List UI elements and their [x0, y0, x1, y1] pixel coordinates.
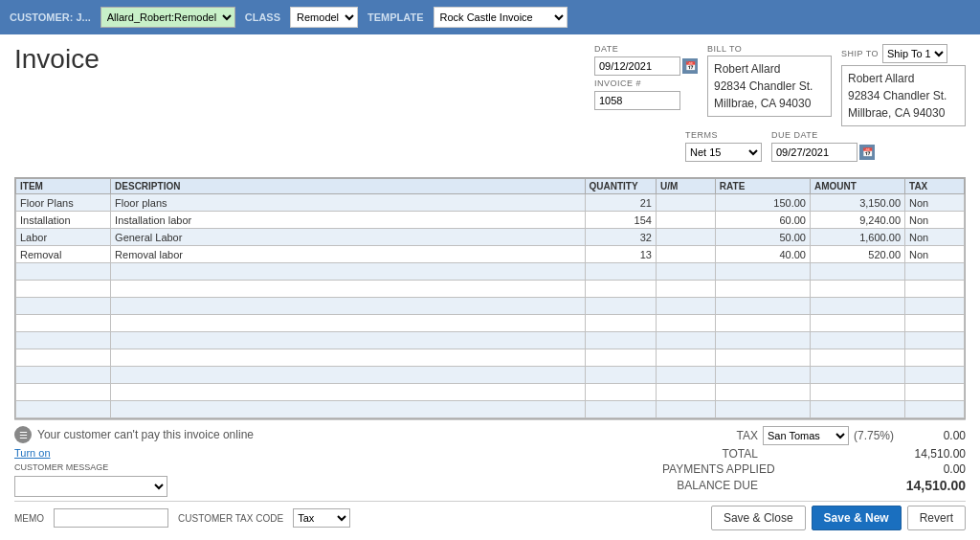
empty-cell	[16, 332, 111, 349]
cell-quantity: 154	[585, 212, 656, 229]
col-item: ITEM	[16, 179, 111, 194]
empty-cell	[656, 367, 715, 384]
balance-row: BALANCE DUE 14,510.00	[662, 478, 966, 493]
cell-quantity: 21	[585, 194, 656, 212]
bill-to-line2: 92834 Chandler St.	[714, 78, 825, 95]
turn-on-link[interactable]: Turn on	[14, 447, 301, 459]
empty-cell	[715, 384, 810, 401]
due-date-calendar-icon[interactable]: 📅	[859, 145, 875, 160]
table-row-empty[interactable]	[16, 418, 965, 420]
customer-message-select[interactable]	[14, 476, 167, 497]
cell-amount: 520.00	[810, 246, 904, 263]
payments-amount: 0.00	[899, 462, 966, 476]
empty-cell	[715, 315, 810, 332]
cell-quantity: 32	[585, 229, 656, 246]
empty-cell	[585, 281, 656, 298]
empty-cell	[810, 384, 904, 401]
ship-to-box[interactable]: Robert Allard 92834 Chandler St. Millbra…	[841, 65, 966, 126]
table-row-empty[interactable]	[16, 384, 965, 401]
empty-cell	[715, 418, 810, 420]
invoice-num-group: INVOICE #	[594, 79, 698, 110]
bill-to-line3: Millbrae, CA 94030	[714, 95, 825, 112]
customer-label: CUSTOMER: J...	[10, 11, 91, 23]
cell-item: Removal	[16, 246, 111, 263]
date-calendar-icon[interactable]: 📅	[682, 58, 698, 74]
empty-cell	[585, 263, 656, 281]
class-select[interactable]: Remodel	[290, 7, 358, 28]
bill-to-box[interactable]: Robert Allard 92834 Chandler St. Millbra…	[707, 56, 832, 117]
empty-cell	[16, 315, 111, 332]
cell-amount: 3,150.00	[810, 194, 904, 212]
table-row[interactable]: Removal Removal labor 13 40.00 520.00 No…	[16, 246, 965, 263]
tax-rate: (7.75%)	[854, 429, 894, 442]
due-date-group: DUE DATE 📅	[771, 130, 875, 162]
table-body: Floor Plans Floor plans 21 150.00 3,150.…	[16, 194, 965, 420]
empty-cell	[16, 418, 111, 420]
empty-cell	[585, 298, 656, 315]
table-row-empty[interactable]	[16, 401, 965, 418]
empty-cell	[585, 332, 656, 349]
online-icon: ☰	[14, 426, 32, 443]
save-close-button[interactable]: Save & Close	[711, 506, 806, 530]
terms-select[interactable]: Net 15	[685, 143, 762, 162]
customer-message-label: CUSTOMER MESSAGE	[14, 462, 301, 472]
table-row-empty[interactable]	[16, 349, 965, 367]
cell-description: General Labor	[111, 229, 585, 246]
date-input[interactable]	[594, 56, 680, 76]
customer-taxcode-select[interactable]: Tax	[293, 508, 350, 528]
online-notice-text: Your customer can't pay this invoice onl…	[37, 428, 254, 441]
invoice-num-label: INVOICE #	[594, 79, 698, 88]
table-row[interactable]: Installation Installation labor 154 60.0…	[16, 212, 965, 229]
buttons-row: Save & Close Save & New Revert	[711, 506, 966, 530]
ship-to-select[interactable]: Ship To 1	[882, 44, 947, 63]
template-label: TEMPLATE	[368, 11, 423, 23]
empty-cell	[905, 281, 965, 298]
invoice-num-input[interactable]	[594, 91, 680, 110]
empty-cell	[656, 384, 715, 401]
table-row[interactable]: Labor General Labor 32 50.00 1,600.00 No…	[16, 229, 965, 246]
bill-to-label: BILL TO	[707, 44, 832, 54]
invoice-table: ITEM DESCRIPTION QUANTITY U/M RATE AMOUN…	[15, 178, 965, 419]
cell-quantity: 13	[585, 246, 656, 263]
template-select[interactable]: Rock Castle Invoice	[434, 7, 568, 28]
ship-to-line2: 92834 Chandler St.	[848, 87, 959, 104]
balance-due-label: BALANCE DUE	[662, 479, 758, 492]
table-row-empty[interactable]	[16, 281, 965, 298]
empty-cell	[810, 263, 904, 281]
tax-region-select[interactable]: San Tomas	[763, 426, 849, 445]
table-row-empty[interactable]	[16, 298, 965, 315]
empty-cell	[585, 349, 656, 367]
empty-cell	[810, 367, 904, 384]
date-label: DATE	[594, 44, 698, 54]
empty-cell	[16, 263, 111, 281]
empty-cell	[16, 384, 111, 401]
table-row-empty[interactable]	[16, 263, 965, 281]
table-row[interactable]: Floor Plans Floor plans 21 150.00 3,150.…	[16, 194, 965, 212]
empty-cell	[585, 418, 656, 420]
empty-cell	[905, 418, 965, 420]
table-row-empty[interactable]	[16, 315, 965, 332]
customer-taxcode-label: CUSTOMER TAX CODE	[178, 513, 283, 524]
save-new-button[interactable]: Save & New	[812, 506, 902, 530]
table-row-empty[interactable]	[16, 332, 965, 349]
table-row-empty[interactable]	[16, 367, 965, 384]
revert-button[interactable]: Revert	[907, 506, 966, 530]
due-date-input[interactable]	[771, 143, 858, 162]
cell-item: Installation	[16, 212, 111, 229]
cell-tax: Non	[905, 212, 965, 229]
ship-to-line3: Millbrae, CA 94030	[848, 104, 959, 122]
empty-cell	[111, 332, 585, 349]
col-quantity: QUANTITY	[585, 179, 656, 194]
empty-cell	[810, 281, 904, 298]
invoice-table-wrapper[interactable]: ITEM DESCRIPTION QUANTITY U/M RATE AMOUN…	[14, 177, 966, 419]
customer-select[interactable]: Allard_Robert:Remodel	[100, 7, 235, 28]
col-description: DESCRIPTION	[111, 179, 585, 194]
terms-row: TERMS Net 15 DUE DATE 📅	[594, 130, 966, 162]
memo-input[interactable]	[54, 508, 168, 528]
empty-cell	[16, 281, 111, 298]
top-bar: CUSTOMER: J... Allard_Robert:Remodel CLA…	[0, 0, 980, 34]
cell-amount: 1,600.00	[810, 229, 904, 246]
empty-cell	[810, 401, 904, 418]
empty-cell	[656, 349, 715, 367]
empty-cell	[656, 332, 715, 349]
